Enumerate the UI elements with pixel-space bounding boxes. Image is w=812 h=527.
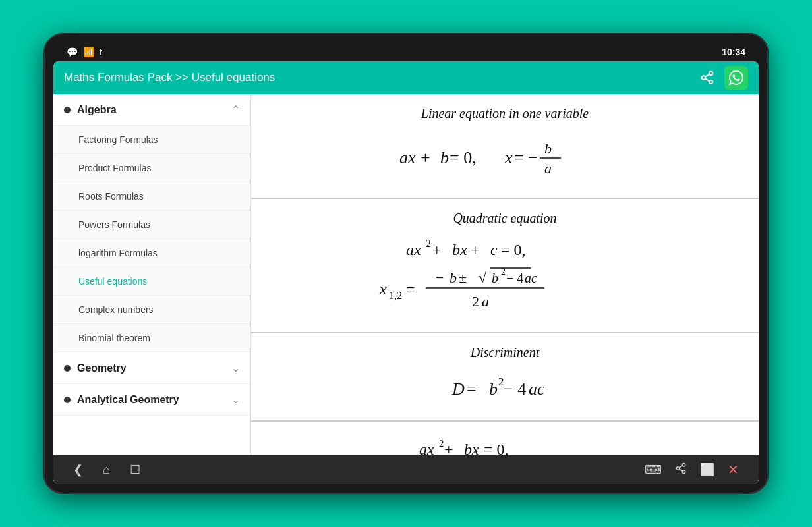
svg-text:bx: bx — [452, 241, 467, 258]
wifi-icon: 📶 — [83, 47, 94, 57]
svg-text:= −: = − — [514, 148, 538, 167]
bottom-bar: ❮ ⌂ ☐ ⌨ ⬜ ✕ — [53, 455, 759, 484]
svg-text:+: + — [444, 441, 453, 455]
sidebar-item-factoring[interactable]: Factoring Formulas — [53, 126, 250, 154]
sidebar-item-binomial[interactable]: Binomial theorem — [53, 324, 250, 352]
quadratic-formula: ax 2 + bx + c = 0, x 1,2 = — [271, 235, 739, 320]
svg-text:a: a — [544, 160, 552, 177]
sidebar-item-complex[interactable]: Complex numbers — [53, 296, 250, 324]
share-button[interactable] — [695, 66, 719, 90]
svg-text:x: x — [504, 148, 513, 167]
content-area: Algebra ⌃ Factoring Formulas Product For… — [53, 94, 759, 455]
discriminant-title: Discriminent — [271, 345, 739, 360]
app-bar-icons — [695, 66, 748, 90]
linear-title: Linear equation in one variable — [271, 106, 739, 121]
svg-text:b: b — [440, 148, 449, 167]
svg-text:2: 2 — [501, 267, 506, 277]
share-bottom-button[interactable] — [675, 462, 687, 478]
svg-text:ax: ax — [406, 241, 421, 258]
svg-text:x: x — [379, 281, 387, 298]
svg-text:= 0,: = 0, — [484, 441, 509, 455]
algebra-label: Algebra — [77, 104, 117, 116]
svg-text:+: + — [432, 241, 442, 258]
svg-text:+: + — [420, 148, 430, 167]
keyboard-button[interactable]: ⌨ — [645, 462, 662, 477]
algebra-subitems: Factoring Formulas Product Formulas Root… — [53, 126, 250, 352]
sidebar-item-product[interactable]: Product Formulas — [53, 154, 250, 182]
status-time: 10:34 — [722, 47, 745, 57]
app-bar: Maths Formulas Pack >> Useful equations — [53, 61, 759, 94]
main-content: Linear equation in one variable ax + b =… — [251, 94, 759, 455]
status-bar: 💬 📶 f 10:34 — [53, 43, 759, 61]
tablet-frame: 💬 📶 f 10:34 Maths Formulas Pack >> Usefu… — [44, 33, 768, 494]
svg-text:b: b — [492, 271, 498, 285]
svg-text:+: + — [471, 241, 480, 258]
sidebar-item-logarithm[interactable]: logarithm Formulas — [53, 239, 250, 267]
svg-text:2: 2 — [472, 293, 479, 310]
svg-text:=: = — [406, 281, 415, 298]
reduced-formula-1: ax 2 + bx = 0, x 1 = 0, x 2 = − — [271, 433, 739, 455]
whatsapp-button[interactable] — [724, 66, 748, 90]
sidebar-item-roots[interactable]: Roots Formulas — [53, 182, 250, 211]
window-button[interactable]: ⬜ — [700, 462, 714, 477]
discriminant-section: Discriminent D = b 2 − 4 ac — [251, 333, 759, 422]
sidebar-item-algebra[interactable]: Algebra ⌃ — [53, 94, 250, 126]
svg-text:D: D — [451, 379, 465, 399]
svg-text:−: − — [436, 269, 444, 286]
geometry-chevron: ⌄ — [231, 362, 240, 374]
linear-equation-section: Linear equation in one variable ax + b =… — [251, 94, 759, 199]
svg-text:− 4: − 4 — [506, 271, 523, 285]
sidebar-item-powers[interactable]: Powers Formulas — [53, 211, 250, 239]
algebra-bullet — [64, 107, 71, 113]
svg-line-59 — [679, 469, 682, 471]
linear-formula: ax + b = 0, x = − b a — [271, 130, 739, 186]
svg-text:a: a — [482, 293, 489, 310]
message-icon: 💬 — [67, 47, 78, 57]
analytical-chevron: ⌄ — [231, 393, 240, 406]
analytical-bullet — [64, 397, 71, 403]
svg-text:√: √ — [478, 269, 487, 286]
facebook-icon: f — [100, 47, 102, 57]
svg-line-3 — [705, 78, 709, 81]
svg-text:c: c — [490, 241, 498, 258]
svg-text:= 0,: = 0, — [450, 148, 477, 167]
svg-text:bx: bx — [464, 441, 479, 455]
svg-text:1,2: 1,2 — [389, 290, 402, 301]
svg-text:b: b — [450, 269, 457, 286]
svg-text:ax: ax — [399, 148, 416, 167]
sidebar: Algebra ⌃ Factoring Formulas Product For… — [53, 94, 251, 455]
svg-text:2: 2 — [439, 438, 444, 449]
svg-text:ac: ac — [525, 271, 537, 285]
home-button[interactable]: ⌂ — [103, 463, 110, 477]
svg-text:ac: ac — [529, 379, 545, 399]
status-icons: 💬 📶 f — [67, 47, 102, 57]
discriminant-formula: D = b 2 − 4 ac — [271, 370, 739, 408]
screen: Maths Formulas Pack >> Useful equations — [53, 61, 759, 484]
sidebar-item-analytical[interactable]: Analytical Geometry ⌄ — [53, 384, 250, 416]
app-title: Maths Formulas Pack >> Useful equations — [64, 71, 275, 84]
back-button[interactable]: ❮ — [73, 462, 83, 477]
svg-text:= 0,: = 0, — [501, 241, 526, 258]
reduced-quadratic-section: ax 2 + bx = 0, x 1 = 0, x 2 = − — [251, 422, 759, 455]
algebra-chevron: ⌃ — [231, 103, 240, 116]
sidebar-item-geometry[interactable]: Geometry ⌄ — [53, 352, 250, 384]
quadratic-title: Quadratic equation — [271, 211, 739, 226]
nav-icons: ❮ ⌂ ☐ — [73, 462, 140, 477]
sidebar-item-useful[interactable]: Useful equations — [53, 267, 250, 296]
bottom-right-icons: ⌨ ⬜ ✕ — [645, 462, 739, 478]
svg-text:− 4: − 4 — [504, 379, 526, 399]
svg-line-4 — [705, 74, 709, 77]
svg-text:b: b — [544, 140, 552, 157]
svg-text:b: b — [489, 379, 498, 399]
recent-button[interactable]: ☐ — [130, 462, 140, 477]
analytical-label: Analytical Geometry — [77, 394, 179, 406]
geometry-bullet — [64, 365, 71, 372]
svg-line-60 — [679, 465, 682, 467]
geometry-label: Geometry — [77, 362, 127, 374]
quadratic-equation-section: Quadratic equation ax 2 + bx + c = 0, — [251, 199, 759, 333]
svg-text:ax: ax — [419, 441, 434, 455]
svg-text:±: ± — [459, 269, 467, 286]
svg-text:=: = — [467, 379, 477, 399]
svg-text:2: 2 — [426, 238, 431, 249]
close-button[interactable]: ✕ — [728, 462, 739, 478]
